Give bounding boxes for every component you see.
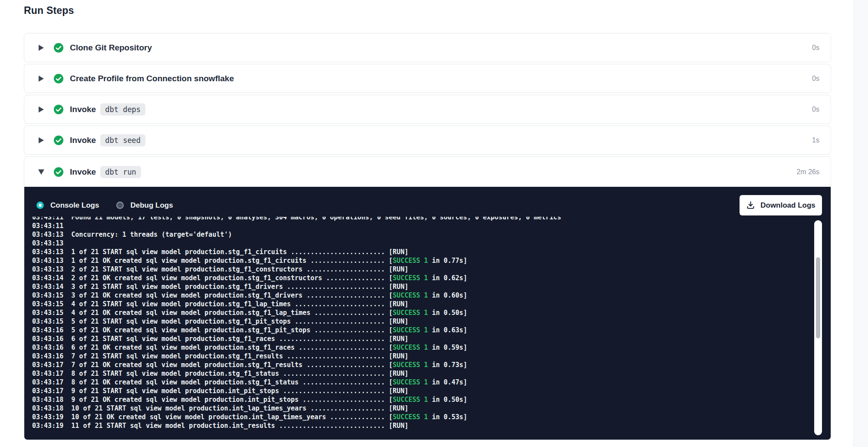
log-line: 03:43:1910 of 21 OK created sql view mod…	[32, 413, 787, 421]
log-status: [RUN]	[385, 318, 408, 325]
log-message: 1 of 21 OK created sql view model produc…	[71, 257, 385, 265]
step-title: Invoke	[70, 105, 96, 114]
log-status: [SUCCESS 1 in 0.77s]	[385, 257, 467, 265]
log-message: 3 of 21 OK created sql view model produc…	[71, 291, 385, 299]
chevron-right-icon[interactable]	[38, 76, 44, 82]
log-timestamp: 03:43:13	[32, 231, 63, 238]
console-panel: Console Logs Debug Logs Download Logs 03…	[24, 187, 831, 440]
step-row-header[interactable]: Invoke dbt seed 1s	[24, 126, 831, 154]
log-timestamp: 03:43:17	[32, 378, 63, 386]
log-timestamp: 03:43:13	[32, 265, 63, 273]
log-timestamp: 03:43:15	[32, 291, 63, 299]
log-message: 4 of 21 START sql view model production.…	[71, 300, 385, 308]
step-row-invoke-dbt-seed[interactable]: Invoke dbt seed 1s	[24, 126, 831, 155]
log-message: 5 of 21 START sql view model production.…	[71, 318, 385, 325]
console-scrollbar[interactable]	[814, 220, 822, 435]
log-line: 03:43:165 of 21 OK created sql view mode…	[32, 326, 787, 334]
step-row-invoke-dbt-deps[interactable]: Invoke dbt deps 0s	[24, 95, 831, 124]
download-logs-label: Download Logs	[760, 201, 815, 210]
log-status: [SUCCESS 1 in 0.60s]	[385, 291, 467, 299]
chevron-right-icon[interactable]	[38, 106, 44, 113]
command-badge: dbt run	[100, 166, 141, 178]
log-line: 03:43:132 of 21 START sql view model pro…	[32, 265, 787, 274]
log-timestamp: 03:43:15	[32, 309, 63, 317]
log-status: [SUCCESS 1 in 0.53s]	[385, 413, 467, 421]
step-row-header[interactable]: Create Profile from Connection snowflake…	[24, 64, 831, 93]
radio-debug-logs[interactable]: Debug Logs	[116, 201, 173, 210]
log-line: 03:43:178 of 21 START sql view model pro…	[32, 369, 787, 378]
log-line: 03:43:155 of 21 START sql view model pro…	[32, 317, 787, 326]
step-row-invoke-dbt-run: Invoke dbt run 2m 26s Console Logs Debug…	[24, 156, 831, 440]
log-line: 03:43:154 of 21 START sql view model pro…	[32, 300, 787, 308]
run-steps-list: Clone Git Repository 0s Create Profile f…	[24, 33, 831, 442]
radio-selected-icon[interactable]	[36, 202, 44, 209]
log-status: [SUCCESS 1 in 0.50s]	[385, 396, 467, 404]
step-duration: 2m 26s	[797, 168, 819, 176]
log-message: 6 of 21 START sql view model production.…	[71, 335, 385, 343]
log-status: [SUCCESS 1 in 0.73s]	[385, 361, 467, 369]
log-timestamp: 03:43:19	[32, 422, 63, 430]
log-status: [SUCCESS 1 in 0.63s]	[385, 326, 467, 334]
log-line: 03:43:131 of 21 START sql view model pro…	[32, 248, 787, 256]
log-line: 03:43:1911 of 21 START sql view model pr…	[32, 421, 787, 430]
step-row-clone-git-repository[interactable]: Clone Git Repository 0s	[24, 33, 831, 62]
log-message: 1 of 21 START sql view model production.…	[71, 248, 385, 256]
console-scrollbar-thumb[interactable]	[816, 257, 820, 338]
success-check-icon	[53, 104, 64, 115]
log-status: [RUN]	[385, 370, 408, 377]
log-timestamp: 03:43:17	[32, 387, 63, 395]
log-line: 03:43:11	[32, 222, 787, 230]
log-message: 7 of 21 OK created sql view model produc…	[71, 361, 385, 369]
step-title: Invoke	[70, 167, 96, 177]
log-message: 2 of 21 OK created sql view model produc…	[71, 274, 385, 282]
chevron-right-icon[interactable]	[38, 45, 44, 51]
log-status: [RUN]	[385, 335, 408, 343]
step-row-create-profile[interactable]: Create Profile from Connection snowflake…	[24, 64, 831, 93]
step-duration: 1s	[812, 136, 819, 144]
log-timestamp: 03:43:15	[32, 318, 63, 325]
chevron-right-icon[interactable]	[38, 137, 44, 143]
radio-console-logs[interactable]: Console Logs	[36, 201, 99, 210]
page: Run Steps Clone Git Repository 0s Create…	[0, 0, 868, 447]
log-timestamp: 03:43:16	[32, 335, 63, 343]
log-timestamp: 03:43:13	[32, 248, 63, 256]
success-check-icon	[53, 73, 64, 84]
log-line: 03:43:13Concurrency: 1 threads (target='…	[32, 230, 787, 239]
log-line: 03:43:166 of 21 OK created sql view mode…	[32, 343, 787, 352]
log-status: [RUN]	[385, 248, 408, 256]
console-log-output[interactable]: 03:43:11Found 21 models, 17 tests, 0 sna…	[32, 217, 787, 434]
log-timestamp: 03:43:15	[32, 300, 63, 308]
step-duration: 0s	[812, 44, 819, 52]
log-message: 10 of 21 START sql view model production…	[71, 404, 385, 412]
log-message: 9 of 21 START sql view model production.…	[71, 387, 385, 395]
log-timestamp: 03:43:14	[32, 283, 63, 291]
step-duration: 0s	[812, 75, 819, 83]
log-timestamp: 03:43:13	[32, 239, 63, 247]
log-line: 03:43:167 of 21 START sql view model pro…	[32, 352, 787, 361]
log-message: 9 of 21 OK created sql view model produc…	[71, 396, 385, 404]
log-line: 03:43:131 of 21 OK created sql view mode…	[32, 256, 787, 265]
log-line: 03:43:153 of 21 OK created sql view mode…	[32, 291, 787, 300]
log-timestamp: 03:43:17	[32, 361, 63, 369]
success-check-icon	[53, 43, 64, 53]
step-row-header[interactable]: Invoke dbt run 2m 26s	[24, 157, 831, 187]
log-message: 8 of 21 OK created sql view model produc…	[71, 378, 385, 386]
log-line: 03:43:154 of 21 OK created sql view mode…	[32, 308, 787, 317]
log-timestamp: 03:43:18	[32, 404, 63, 412]
success-check-icon	[53, 167, 64, 177]
log-message: 6 of 21 OK created sql view model produc…	[71, 344, 385, 351]
download-logs-button[interactable]: Download Logs	[740, 195, 822, 215]
log-timestamp: 03:43:18	[32, 396, 63, 404]
log-status: [RUN]	[385, 404, 408, 412]
log-line: 03:43:11Found 21 models, 17 tests, 0 sna…	[32, 217, 787, 222]
log-timestamp: 03:43:16	[32, 344, 63, 351]
radio-unselected-icon[interactable]	[116, 202, 124, 209]
log-line: 03:43:143 of 21 START sql view model pro…	[32, 282, 787, 291]
log-line: 03:43:1810 of 21 START sql view model pr…	[32, 404, 787, 413]
step-row-header[interactable]: Clone Git Repository 0s	[24, 33, 831, 62]
log-message: 4 of 21 OK created sql view model produc…	[71, 309, 385, 317]
log-status: [SUCCESS 1 in 0.47s]	[385, 378, 467, 386]
chevron-down-icon[interactable]	[38, 169, 44, 175]
step-row-header[interactable]: Invoke dbt deps 0s	[24, 95, 831, 123]
log-status: [SUCCESS 1 in 0.62s]	[385, 274, 467, 282]
